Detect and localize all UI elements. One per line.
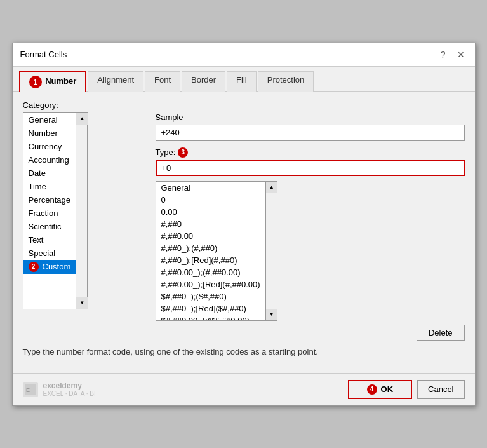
category-date[interactable]: Date xyxy=(23,166,76,180)
category-list[interactable]: General Number Currency Accounting Date … xyxy=(23,112,77,309)
tab-bar: 1 Number Alignment Font Border Fill Prot… xyxy=(13,67,475,92)
footer: E exceldemy EXCEL · DATA · BI 4 OK Cance… xyxy=(13,373,475,405)
category-list-area: General Number Currency Accounting Date … xyxy=(23,112,147,309)
dialog-body: Category: General Number Currency Accoun… xyxy=(13,92,475,373)
format-cells-dialog: Format Cells ? ✕ 1 Number Alignment Font… xyxy=(12,43,476,406)
ok-button[interactable]: 4 OK xyxy=(348,380,413,399)
category-fraction[interactable]: Fraction xyxy=(23,207,76,220)
format-scrollbar: ▲ ▼ xyxy=(266,181,277,321)
footer-brand: E exceldemy EXCEL · DATA · BI xyxy=(23,381,96,397)
category-percentage[interactable]: Percentage xyxy=(23,193,76,207)
format-item[interactable]: #,##0.00 xyxy=(156,230,265,242)
format-item[interactable]: #,##0.00_);[Red](#,##0.00) xyxy=(156,278,265,290)
tab-font[interactable]: Font xyxy=(145,71,180,92)
tab-alignment[interactable]: Alignment xyxy=(88,71,143,92)
title-bar-controls: ? ✕ xyxy=(438,48,467,61)
scroll-up-btn[interactable]: ▲ xyxy=(76,113,88,125)
scroll-down-btn[interactable]: ▼ xyxy=(76,297,88,309)
category-time[interactable]: Time xyxy=(23,180,76,193)
dialog-title: Format Cells xyxy=(20,50,67,59)
type-label: Type: 3 xyxy=(156,147,465,158)
title-bar: Format Cells ? ✕ xyxy=(13,43,475,67)
category-label: Category: xyxy=(23,100,465,110)
format-list[interactable]: General 0 0.00 #,##0 #,##0.00 #,##0_);(#… xyxy=(156,181,266,321)
category-general[interactable]: General xyxy=(23,113,76,126)
tab-number[interactable]: 1 Number xyxy=(19,71,87,92)
format-item[interactable]: 0 xyxy=(156,194,265,206)
brand-logo-icon: E xyxy=(23,382,38,397)
delete-row: Delete xyxy=(156,325,465,341)
sample-value: +240 xyxy=(156,125,465,141)
exceldemy-logo-icon: E xyxy=(25,384,36,395)
left-panel: General Number Currency Accounting Date … xyxy=(23,112,147,341)
brand-name: exceldemy xyxy=(43,381,96,390)
type-input[interactable] xyxy=(156,160,465,176)
format-scroll-down[interactable]: ▼ xyxy=(266,309,277,320)
tab-protection[interactable]: Protection xyxy=(258,71,314,92)
badge-1: 1 xyxy=(29,76,42,88)
close-button[interactable]: ✕ xyxy=(455,48,467,61)
format-item[interactable]: #,##0_);(#,##0) xyxy=(156,242,265,254)
scroll-track xyxy=(76,125,87,297)
format-item[interactable]: #,##0.00_);(#,##0.00) xyxy=(156,266,265,278)
format-scroll-track xyxy=(266,193,277,309)
category-accounting[interactable]: Accounting xyxy=(23,153,76,166)
sample-section: Sample +240 xyxy=(156,112,465,141)
format-scroll-up[interactable]: ▲ xyxy=(266,182,277,193)
type-section: Type: 3 xyxy=(156,147,465,176)
category-scrollbar: ▲ ▼ xyxy=(76,112,88,309)
main-content: General Number Currency Accounting Date … xyxy=(23,112,465,341)
format-item[interactable]: $#,##0_);[Red]($#,##0) xyxy=(156,302,265,315)
format-item[interactable]: #,##0_);[Red](#,##0) xyxy=(156,254,265,266)
category-scientific[interactable]: Scientific xyxy=(23,220,76,233)
format-item[interactable]: #,##0 xyxy=(156,218,265,230)
tab-border[interactable]: Border xyxy=(182,71,225,92)
right-panel: Sample +240 Type: 3 General 0 xyxy=(156,112,465,341)
help-button[interactable]: ? xyxy=(438,48,448,61)
svg-text:E: E xyxy=(26,387,30,393)
format-list-outer: General 0 0.00 #,##0 #,##0.00 #,##0_);(#… xyxy=(156,181,465,321)
format-item[interactable]: 0.00 xyxy=(156,206,265,218)
delete-button[interactable]: Delete xyxy=(417,325,465,341)
category-text[interactable]: Text xyxy=(23,233,76,247)
category-special[interactable]: Special xyxy=(23,247,76,260)
badge-2: 2 xyxy=(29,262,39,272)
brand-tagline: EXCEL · DATA · BI xyxy=(43,390,96,397)
category-number[interactable]: Number xyxy=(23,126,76,140)
sample-label: Sample xyxy=(156,112,465,122)
badge-4: 4 xyxy=(367,384,377,395)
format-item[interactable]: $#,##0_);($#,##0) xyxy=(156,290,265,302)
format-item[interactable]: $#,##0.00_);($#,##0.00) xyxy=(156,315,265,321)
badge-3: 3 xyxy=(178,147,188,158)
footer-buttons: 4 OK Cancel xyxy=(348,380,465,399)
tab-fill[interactable]: Fill xyxy=(227,71,257,92)
cancel-button[interactable]: Cancel xyxy=(417,380,464,399)
category-currency[interactable]: Currency xyxy=(23,140,76,153)
format-item[interactable]: General xyxy=(156,182,265,194)
hint-text: Type the number format code, using one o… xyxy=(23,347,465,356)
category-custom[interactable]: 2 Custom xyxy=(23,260,76,274)
